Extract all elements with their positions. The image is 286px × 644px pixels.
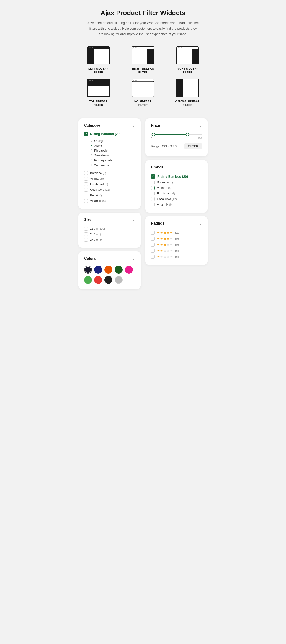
ratings-chevron-icon[interactable]: ⌄ — [199, 222, 202, 225]
svg-point-20 — [181, 47, 182, 48]
rating-3star[interactable]: ★ ★ ★ ★ ★ (5) — [151, 242, 202, 248]
svg-point-4 — [92, 47, 93, 48]
header-section: Ajax Product Filter Widgets Advanced pro… — [78, 9, 208, 37]
checkbox-350ml[interactable] — [84, 238, 88, 242]
category-freshmart[interactable]: Freshmart (6) — [84, 182, 135, 187]
left-sidebar-icon — [87, 46, 110, 65]
checkbox-pepsi[interactable] — [84, 194, 88, 197]
brand-cocacola[interactable]: Coca Cola (12) — [151, 196, 202, 202]
price-range-text: Range : $21 - $350 — [151, 144, 177, 148]
svg-point-37 — [136, 80, 137, 81]
color-black-swatch[interactable] — [84, 266, 92, 274]
checkbox-brand-vinamilk[interactable] — [151, 203, 155, 206]
layout-right-sidebar-2[interactable]: RIGHT SIDEBARFILTER — [168, 46, 208, 74]
stars-2: ★ ★ ★ ★ ★ — [157, 249, 173, 252]
svg-point-12 — [136, 47, 137, 48]
layout-left-sidebar[interactable]: LEFT SIDEBARFILTER — [78, 46, 118, 74]
checkbox-rating-5[interactable] — [151, 231, 155, 234]
checkbox-rating-1[interactable] — [151, 255, 155, 258]
category-vinamilk[interactable]: Vinamilk (6) — [84, 198, 135, 204]
subcategory-pomegranate[interactable]: Pomegranate — [91, 158, 135, 163]
layout-right-sidebar-1[interactable]: RIGHT SIDEBARFILTER — [123, 46, 163, 74]
checkbox-250ml[interactable] — [84, 232, 88, 236]
brands-widget: Brands ⌄ Rising Bamboo (20) Botanica (5)… — [145, 160, 208, 212]
checkbox-brand-vinmart[interactable] — [151, 186, 155, 190]
checkbox-brand-risingbamboo[interactable] — [151, 174, 155, 179]
category-parent-checkbox[interactable] — [84, 132, 88, 136]
category-pepsi[interactable]: Pepsi (6) — [84, 192, 135, 198]
checkbox-rating-2[interactable] — [151, 249, 155, 252]
price-max-label: 100 — [198, 137, 202, 140]
checkbox-cocacola[interactable] — [84, 188, 88, 192]
subcategory-strawberry[interactable]: Strawberry — [91, 153, 135, 158]
price-thumb-left[interactable] — [152, 133, 155, 136]
size-110ml[interactable]: 110 ml (20) — [84, 226, 135, 232]
rating-2star[interactable]: ★ ★ ★ ★ ★ (5) — [151, 248, 202, 254]
layout-canvas-sidebar[interactable]: CANVAS SIDEBARFILTER — [168, 79, 208, 107]
category-cocacola[interactable]: Coca Cola (12) — [84, 187, 135, 192]
layout-no-sidebar[interactable]: NO SIDEBARFILTER — [123, 79, 163, 107]
color-green-swatch[interactable] — [84, 276, 92, 284]
category-vinmart[interactable]: Vinmart (5) — [84, 176, 135, 182]
brand-vinamilk[interactable]: Vinamilk (6) — [151, 202, 202, 208]
checkbox-110ml[interactable] — [84, 227, 88, 230]
svg-rect-29 — [87, 82, 110, 86]
checkbox-botanica[interactable] — [84, 171, 88, 175]
brands-chevron-icon[interactable]: ⌄ — [199, 166, 202, 169]
right-column: Price ⌄ 0 100 Range : $21 - $350 — [145, 118, 208, 265]
category-header: Category ⌄ — [84, 124, 135, 128]
no-sidebar-icon — [131, 79, 155, 97]
rating-5star[interactable]: ★ ★ ★ ★ ★ (20) — [151, 230, 202, 236]
top-sidebar-label: TOP SIDEBARFILTER — [78, 100, 118, 107]
svg-rect-15 — [132, 64, 154, 64]
svg-rect-13 — [147, 49, 154, 64]
size-250ml[interactable]: 250 ml (5) — [84, 232, 135, 237]
brand-botanica[interactable]: Botanica (5) — [151, 180, 202, 185]
checkbox-rating-4[interactable] — [151, 237, 155, 240]
sub-bullet-pineapple — [91, 150, 92, 151]
price-slider-track[interactable] — [151, 134, 202, 135]
brand-freshmart[interactable]: Freshmart (6) — [151, 191, 202, 196]
subcategory-apple[interactable]: Apple — [91, 143, 135, 148]
svg-point-19 — [180, 47, 180, 48]
checkbox-brand-freshmart[interactable] — [151, 192, 155, 195]
brand-vinmart[interactable]: Vinmart (5) — [151, 185, 202, 191]
ratings-header: Ratings ⌄ — [151, 221, 202, 226]
checkbox-vinmart[interactable] — [84, 177, 88, 180]
colors-grid — [84, 265, 135, 284]
left-column: Category ⌄ Rising Bamboo (20) Orange — [78, 118, 141, 289]
color-orange-swatch[interactable] — [104, 266, 112, 274]
color-gray-swatch[interactable] — [115, 276, 122, 284]
color-pink-swatch[interactable] — [125, 266, 133, 274]
category-parent-item[interactable]: Rising Bamboo (20) — [84, 132, 135, 136]
price-filter-button[interactable]: FILTER — [184, 143, 202, 150]
category-botanica[interactable]: Botanica (5) — [84, 170, 135, 176]
color-red-swatch[interactable] — [94, 276, 102, 284]
color-navy-swatch[interactable] — [94, 266, 102, 274]
category-chevron-icon[interactable]: ⌄ — [132, 124, 135, 128]
colors-chevron-icon[interactable]: ⌄ — [132, 257, 135, 260]
rating-1star[interactable]: ★ ★ ★ ★ ★ (5) — [151, 254, 202, 260]
price-chevron-icon[interactable]: ⌄ — [199, 124, 202, 128]
color-darkblack-swatch[interactable] — [104, 276, 112, 284]
subcategory-pineapple[interactable]: Pineapple — [91, 148, 135, 153]
checkbox-vinamilk[interactable] — [84, 199, 88, 203]
sub-bullet-watermelon — [91, 164, 92, 166]
brand-risingbamboo[interactable]: Rising Bamboo (20) — [151, 174, 202, 180]
subcategory-orange[interactable]: Orange — [91, 138, 135, 143]
checkbox-brand-botanica[interactable] — [151, 180, 155, 184]
price-thumb-right[interactable] — [186, 133, 189, 136]
color-darkgreen-swatch[interactable] — [115, 266, 122, 274]
layout-top-sidebar[interactable]: TOP SIDEBARFILTER — [78, 79, 118, 107]
rating-4star[interactable]: ★ ★ ★ ★ ★ (5) — [151, 236, 202, 242]
checkbox-brand-cocacola[interactable] — [151, 197, 155, 201]
checkbox-freshmart[interactable] — [84, 182, 88, 186]
checkbox-rating-3[interactable] — [151, 243, 155, 246]
svg-point-3 — [90, 47, 91, 48]
subcategory-watermelon[interactable]: Watermelon — [91, 163, 135, 168]
colors-title: Colors — [84, 256, 96, 261]
size-350ml[interactable]: 350 ml (5) — [84, 237, 135, 243]
price-widget: Price ⌄ 0 100 Range : $21 - $350 — [145, 118, 208, 156]
category-parent-label: Rising Bamboo (20) — [90, 132, 120, 136]
size-chevron-icon[interactable]: ⌄ — [132, 218, 135, 222]
